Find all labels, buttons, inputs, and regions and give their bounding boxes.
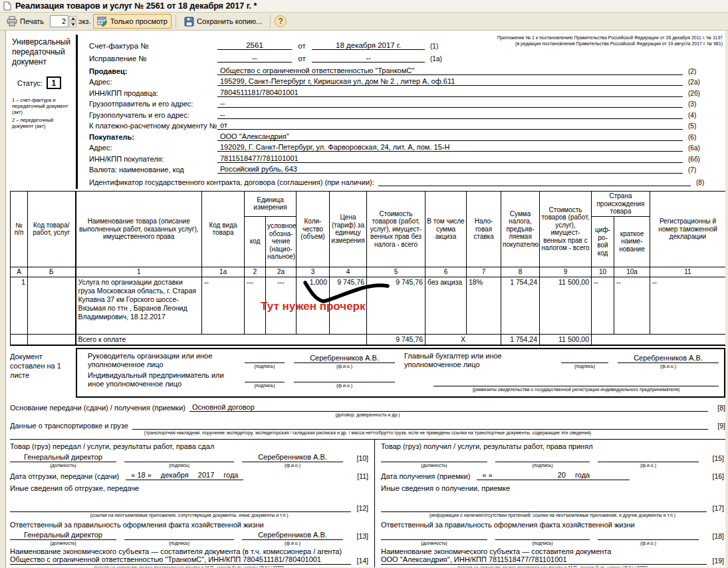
letter-cell: 1а [202, 267, 245, 277]
buyer-inn-value: 7811518477/781101001 [217, 154, 683, 163]
buyer-resp-name-line [598, 531, 699, 540]
buyer-label: Покупатель: [89, 133, 217, 141]
from-label: от [292, 55, 312, 63]
marker-6b: (6б) [683, 156, 717, 163]
seller-address-value: 195299, Санкт-Петербург г, Киришская ул,… [217, 77, 683, 86]
position-caption: (должность) [10, 540, 116, 546]
cell-tax-amount: 1 754,24 [501, 277, 540, 334]
col-header-name: Наименование товара (описание выполненны… [76, 192, 202, 267]
marker-sq8: [8] [708, 404, 725, 412]
shipping-date-row: Дата отгрузки, передачи (сдачи) « 18 » д… [10, 471, 368, 480]
help-button[interactable]: ? [275, 15, 287, 27]
header-row-contract-id: Идентификатор государственного контракта… [89, 175, 725, 186]
document-icon [3, 1, 12, 11]
marker-1a: (1а) [425, 55, 459, 63]
cell-cost-w-tax: 11 500,00 [540, 277, 592, 334]
name-caption: (ф.и.о.) [598, 540, 699, 546]
buyer-sign-row: (должность) (подпись) (ф.и.о.) [15] [381, 453, 724, 468]
contract-id-label: Идентификатор государственного контракта… [89, 178, 378, 186]
copies-spinner [50, 15, 76, 27]
marker-sq18: [18] [707, 532, 724, 540]
col-header-tax-rate: Нало- говая ставка [467, 192, 501, 267]
marker-sq16: [16] [707, 472, 724, 480]
items-table: № п/п Код товара/ работ, услуг Наименова… [10, 191, 725, 346]
marker-8: (8) [691, 179, 725, 186]
buyer-position-line [381, 453, 487, 462]
sign-caption: (подпись) [124, 462, 234, 468]
responsible-name-value: Серебренников А.В. [242, 531, 343, 540]
consignor-label: Грузоотправитель и его адрес: [89, 100, 217, 108]
entrepreneur-signature-line [245, 373, 285, 382]
toolbar-separator [176, 15, 176, 28]
buyer-signature-line [495, 453, 590, 462]
correction-row: Исправление № -- от -- (1а) [89, 51, 725, 63]
buyer-entity-caption: (может не заполняться при проставлении п… [381, 565, 724, 567]
seller-address-label: Адрес: [89, 78, 217, 86]
name-caption: (ф.и.о.) [598, 462, 699, 468]
copies-decrease-button[interactable] [69, 22, 76, 27]
marker-4: (4) [683, 112, 717, 119]
currency-label: Валюта: наименование, код [89, 166, 217, 174]
consignor-value: -- [217, 99, 683, 108]
view-only-toggle[interactable]: Только просмотр [93, 14, 172, 29]
date-word: года [223, 471, 238, 480]
marker-7: (7) [683, 166, 717, 174]
marker-6: (6) [683, 134, 717, 141]
letter-cell: 7 [467, 267, 501, 277]
other-receiving-caption: (информация о наличии/отсутствии претенз… [381, 512, 724, 518]
header-row-seller-inn: ИНН/КПП продавца: 7804511181/780401001 (… [89, 86, 725, 97]
total-row: Всего к оплате 9 745,76 X 1 754,24 11 50… [11, 334, 726, 345]
position-caption: (должность) [381, 462, 487, 468]
copies-input[interactable] [50, 15, 68, 27]
total-cost-w-tax: 11 500,00 [540, 334, 592, 345]
letter-cell: 6 [425, 267, 467, 277]
buyer-responsible-row: (должность) (подпись) (ф.и.о.) [18] [381, 531, 724, 546]
name-caption: (ф.и.о.) [242, 462, 343, 468]
responsible-signature-line [124, 531, 234, 540]
payment-doc-label: К платежно-расчетному документу № [89, 122, 217, 130]
marker-sq9: [9] [708, 422, 725, 430]
sign-caption: (подпись) [245, 382, 285, 388]
name-caption: (ф.и.о.) [242, 540, 343, 546]
cell-country-code: -- [592, 277, 614, 334]
total-x-mark: X [425, 334, 501, 345]
date-year: 2017 [198, 471, 214, 480]
seller-responsible-label: Ответственный за правильность оформления… [10, 521, 368, 529]
copies-increase-button[interactable] [69, 16, 76, 21]
basis-row: Основание передачи (сдачи) / получения (… [10, 401, 725, 412]
name-caption: (ф.и.о.) [294, 382, 395, 388]
letter-cell: 10а [614, 267, 650, 277]
seller-transfer-title: Товар (груз) передал / услуги, результат… [10, 442, 368, 450]
save-copy-button[interactable]: Сохранить копию... [180, 14, 266, 29]
letter-cell: 3 [297, 267, 330, 277]
basis-section: Основание передачи (сдачи) / получения (… [10, 401, 725, 436]
position-caption: (должность) [381, 540, 487, 546]
status-label: Статус: [17, 79, 43, 87]
currency-value: Российский рубль, 643 [217, 165, 683, 174]
col-header-kind-code: Код вида товара [202, 192, 245, 267]
buyer-inn-label: ИНН/КПП покупателя: [89, 155, 217, 163]
seller-label: Продавец: [89, 67, 217, 75]
doc-type-title: Универсальный передаточный документ [12, 37, 74, 67]
transfer-columns: Товар (груз) передал / услуги, результат… [10, 439, 725, 567]
regulation-line-2: (в редакции постановления Правительства … [430, 41, 723, 47]
letter-cell: 4 [330, 267, 367, 277]
col-header-unit: Единица измерения [245, 192, 297, 217]
print-button[interactable]: Печать [3, 14, 48, 29]
col-header-num: № п/п [11, 192, 28, 267]
name-caption: (ф.и.о.) [618, 363, 719, 369]
shipping-date-value: « 18 » декабря 2017 года [126, 471, 243, 480]
seller-value: Общество с ограниченной ответственностью… [217, 67, 683, 75]
marker-sq11: [11] [351, 472, 368, 480]
date-year: 20 [558, 471, 566, 480]
accountant-name-value: Серебренников А.В. [618, 354, 719, 363]
shipping-date-label: Дата отгрузки, передачи (сдачи) [10, 472, 126, 480]
seller-entity-label: Наименование экономического субъекта — с… [10, 547, 368, 555]
invoice-header: Универсальный передаточный документ Стат… [76, 35, 725, 189]
consignee-label: Грузополучатель и его адрес: [89, 111, 217, 119]
transport-caption: (транспортная накладная, поручение экспе… [10, 430, 725, 436]
total-cost-wo-tax: 9 745,76 [367, 334, 425, 345]
date-word: года [575, 471, 590, 480]
buyer-value: ООО "Александрия" [217, 132, 683, 141]
basis-value: Основной договор [189, 403, 708, 412]
